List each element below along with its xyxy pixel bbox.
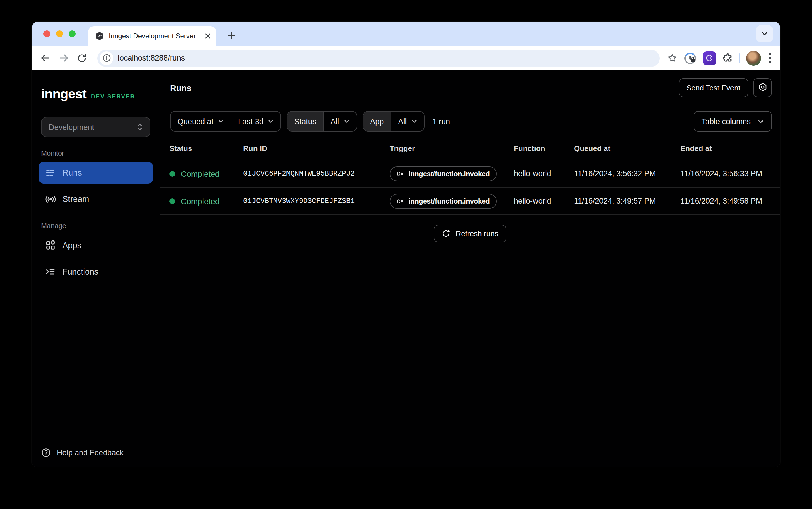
minimize-button[interactable] bbox=[56, 30, 63, 37]
sidebar: inngest DEV SERVER Development Monitor R… bbox=[32, 70, 160, 467]
ended-at-value: 11/16/2024, 3:49:58 PM bbox=[680, 197, 780, 205]
toolbar-divider bbox=[739, 53, 740, 63]
inngest-logo: inngest bbox=[41, 87, 87, 102]
gear-icon bbox=[757, 82, 768, 93]
apps-icon bbox=[45, 240, 56, 250]
status-dot-completed bbox=[169, 171, 175, 176]
trigger-badge[interactable]: inngest/function.invoked bbox=[390, 166, 497, 181]
function-name: hello-world bbox=[514, 169, 574, 178]
queued-at-value: 11/16/2024, 3:56:32 PM bbox=[574, 169, 680, 178]
refresh-row: Refresh runs bbox=[160, 215, 780, 242]
sidebar-item-functions[interactable]: Functions bbox=[39, 261, 153, 282]
section-label-manage: Manage bbox=[41, 222, 151, 230]
tab-strip: Inngest Development Server bbox=[32, 22, 780, 46]
browser-tab[interactable]: Inngest Development Server bbox=[88, 26, 216, 46]
refresh-runs-button[interactable]: Refresh runs bbox=[434, 225, 507, 242]
ended-at-value: 11/16/2024, 3:56:33 PM bbox=[680, 169, 780, 178]
page-header: Runs Send Test Event bbox=[160, 70, 780, 105]
sidebar-item-label: Stream bbox=[62, 195, 89, 204]
bookmark-star-icon[interactable] bbox=[667, 53, 677, 64]
app-filter-dropdown[interactable]: All bbox=[391, 111, 424, 131]
table-columns-button[interactable]: Table columns bbox=[693, 111, 772, 132]
environment-selector[interactable]: Development bbox=[41, 117, 151, 137]
chevron-down-icon bbox=[758, 118, 764, 125]
page-title: Runs bbox=[170, 82, 191, 92]
site-info-icon[interactable] bbox=[100, 51, 113, 65]
time-range-label: Last 3d bbox=[238, 117, 263, 126]
sidebar-item-apps[interactable]: Apps bbox=[39, 235, 153, 256]
table-columns-label: Table columns bbox=[701, 117, 751, 126]
sidebar-item-stream[interactable]: Stream bbox=[39, 188, 153, 210]
close-button[interactable] bbox=[43, 30, 51, 37]
time-range-dropdown[interactable]: Last 3d bbox=[231, 111, 281, 131]
onepassword-extension-icon[interactable] bbox=[683, 51, 697, 65]
trigger-badge[interactable]: inngest/function.invoked bbox=[390, 194, 497, 208]
column-header-run-id: Run ID bbox=[243, 144, 390, 153]
time-field-dropdown[interactable]: Queued at bbox=[170, 111, 231, 131]
app-filter-value: All bbox=[398, 117, 407, 126]
back-icon[interactable] bbox=[38, 50, 53, 66]
zoom-button[interactable] bbox=[69, 30, 75, 37]
logo-row: inngest DEV SERVER bbox=[32, 70, 160, 102]
forward-icon[interactable] bbox=[56, 50, 71, 66]
table-row[interactable]: Completed 01JCVBTMV3WXY9D3CFDEJFZSB1 inn… bbox=[160, 188, 780, 215]
column-header-ended-at: Ended at bbox=[680, 144, 780, 153]
status-filter-dropdown[interactable]: All bbox=[323, 111, 356, 131]
extensions-puzzle-icon[interactable] bbox=[722, 52, 733, 64]
run-id: 01JCVC6PF2MQNMTWE95BBRZPJ2 bbox=[243, 170, 390, 178]
tab-close-icon[interactable] bbox=[205, 33, 210, 39]
browser-window: Inngest Development Server bbox=[32, 22, 780, 467]
chevron-down-icon bbox=[268, 118, 274, 124]
toolbar-right-cluster bbox=[667, 50, 773, 66]
send-test-event-button[interactable]: Send Test Event bbox=[678, 78, 748, 97]
profile-avatar[interactable] bbox=[746, 50, 761, 66]
column-header-function: Function bbox=[514, 144, 574, 153]
chevron-down-icon bbox=[344, 118, 349, 124]
sidebar-item-label: Functions bbox=[62, 267, 98, 276]
settings-button[interactable] bbox=[753, 78, 772, 97]
app-content: inngest DEV SERVER Development Monitor R… bbox=[32, 70, 780, 467]
screen: Inngest Development Server bbox=[0, 0, 812, 509]
browser-menu-icon[interactable] bbox=[767, 51, 773, 65]
trigger-cell: inngest/function.invoked bbox=[390, 194, 514, 208]
tab-search-chevron-icon[interactable] bbox=[756, 25, 773, 42]
trigger-name: inngest/function.invoked bbox=[409, 197, 490, 205]
column-header-trigger: Trigger bbox=[390, 144, 514, 153]
sidebar-item-runs[interactable]: Runs bbox=[39, 162, 153, 183]
status-dot-completed bbox=[169, 198, 175, 204]
filter-bar: Queued at Last 3d Status Al bbox=[160, 105, 780, 137]
column-header-status: Status bbox=[169, 144, 243, 153]
refresh-icon bbox=[442, 229, 451, 238]
function-name: hello-world bbox=[514, 197, 574, 205]
stream-icon bbox=[45, 194, 56, 204]
chevron-down-icon bbox=[411, 118, 417, 124]
queued-at-value: 11/16/2024, 3:49:57 PM bbox=[574, 197, 680, 205]
trigger-name: inngest/function.invoked bbox=[409, 170, 490, 178]
extension-icon[interactable] bbox=[703, 51, 716, 65]
time-field-label: Queued at bbox=[177, 117, 214, 126]
table-row[interactable]: Completed 01JCVC6PF2MQNMTWE95BBRZPJ2 inn… bbox=[160, 160, 780, 188]
chevron-down-icon bbox=[218, 118, 224, 124]
browser-toolbar: localhost:8288/runs bbox=[32, 46, 780, 70]
time-filter: Queued at Last 3d bbox=[170, 111, 281, 132]
dev-server-badge: DEV SERVER bbox=[91, 93, 135, 100]
status-filter: Status All bbox=[287, 111, 357, 132]
runs-icon bbox=[45, 168, 56, 178]
url-text: localhost:8288/runs bbox=[118, 54, 185, 62]
main-panel: Runs Send Test Event Queued at bbox=[160, 70, 780, 467]
address-bar[interactable]: localhost:8288/runs bbox=[97, 49, 659, 67]
inngest-favicon bbox=[95, 31, 104, 41]
status-label: Completed bbox=[181, 197, 220, 206]
status-filter-label: Status bbox=[288, 111, 323, 131]
column-header-queued-at: Queued at bbox=[574, 144, 680, 153]
new-tab-icon[interactable] bbox=[224, 28, 239, 43]
section-label-monitor: Monitor bbox=[41, 149, 151, 157]
status-cell: Completed bbox=[169, 197, 243, 206]
status-filter-value: All bbox=[330, 117, 339, 126]
reload-icon[interactable] bbox=[74, 50, 89, 66]
app-filter-label: App bbox=[363, 111, 391, 131]
run-id: 01JCVBTMV3WXY9D3CFDEJFZSB1 bbox=[243, 197, 390, 205]
status-cell: Completed bbox=[169, 169, 243, 178]
sidebar-item-label: Apps bbox=[62, 241, 81, 250]
help-and-feedback[interactable]: Help and Feedback bbox=[41, 448, 124, 457]
